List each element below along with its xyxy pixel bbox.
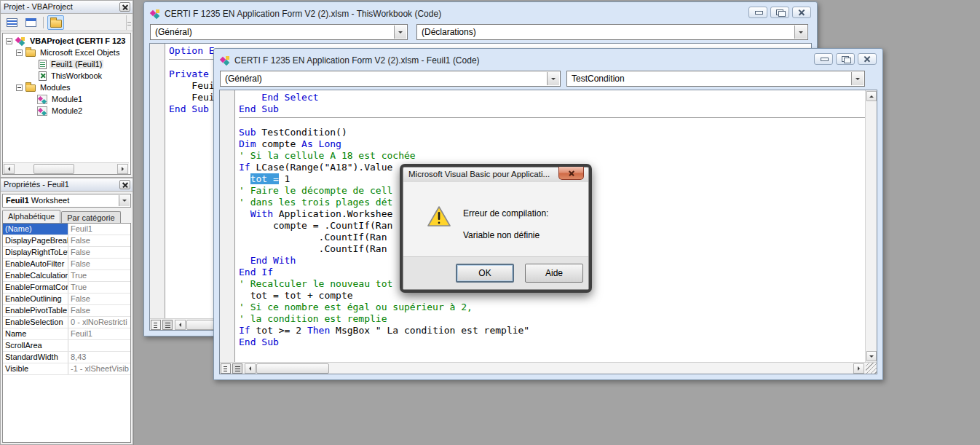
scrollbar-thumb[interactable] [256, 363, 329, 374]
scrollbar-thumb[interactable] [33, 164, 74, 174]
procedure-combo[interactable]: (Déclarations) [416, 24, 808, 40]
toolbar-overflow-handle[interactable] [126, 15, 132, 30]
code-segment: ' Si la cellule A 18 est cochée [239, 150, 416, 161]
property-name[interactable]: EnablePivotTable [3, 305, 68, 316]
object-combo[interactable]: (Général) [220, 71, 561, 87]
property-value[interactable]: False [68, 235, 130, 246]
thisworkbook-title-bar[interactable]: CERTI F 1235 EN Application Form V2 (2).… [144, 2, 817, 23]
close-icon[interactable] [119, 2, 130, 12]
property-value[interactable]: 0 - xlNoRestricti [68, 317, 130, 328]
minimize-icon[interactable] [748, 7, 767, 18]
close-icon[interactable] [558, 167, 584, 180]
tree-item[interactable]: ThisWorkbook [3, 70, 129, 82]
full-module-view-button[interactable] [232, 363, 242, 374]
minimize-icon[interactable] [814, 53, 833, 65]
view-code-button[interactable] [4, 15, 20, 30]
object-selector[interactable]: Feuil1 Worksheet [2, 194, 131, 208]
property-name[interactable]: DisplayRightToLef [3, 247, 68, 258]
tree-item[interactable]: VBAProject (CERTI F 123 [3, 35, 129, 47]
property-name[interactable]: (Name) [3, 224, 68, 235]
object-type: Worksheet [31, 196, 69, 205]
chevron-down-icon[interactable] [851, 72, 864, 85]
procedure-combo[interactable]: TestCondition [566, 71, 865, 87]
procedure-view-button[interactable] [151, 320, 161, 330]
tab-alphabetic[interactable]: Alphabétique [2, 210, 60, 224]
property-value[interactable]: Feuil1 [68, 224, 130, 235]
property-name[interactable]: Name [3, 328, 68, 339]
thisworkbook-title: CERTI F 1235 EN Application Form V2 (2).… [165, 9, 441, 19]
chevron-down-icon[interactable] [119, 195, 130, 206]
ok-button[interactable]: OK [456, 264, 514, 283]
project-tree[interactable]: VBAProject (CERTI F 123Microsoft Excel O… [3, 35, 129, 162]
warning-icon [427, 205, 451, 228]
tree-item[interactable]: Microsoft Excel Objets [3, 47, 129, 58]
procedure-view-button[interactable] [221, 363, 231, 374]
property-row: NameFeuil1 [3, 328, 130, 340]
property-value[interactable]: False [68, 259, 130, 269]
code-segment: Dim [239, 138, 256, 149]
property-name[interactable]: EnableCalculation [3, 270, 68, 281]
help-button[interactable]: Aide [525, 264, 583, 283]
chevron-down-icon[interactable] [394, 25, 406, 39]
code-window-icon [150, 9, 161, 19]
properties-panel-header[interactable]: Propriétés - Feuil1 [1, 178, 133, 192]
scroll-right-icon[interactable] [117, 164, 128, 174]
tree-item[interactable]: Module2 [3, 105, 129, 117]
scroll-down-icon[interactable] [866, 351, 877, 361]
tree-expander-icon[interactable] [16, 50, 23, 56]
property-value[interactable]: True [68, 270, 130, 281]
close-icon[interactable] [858, 53, 877, 65]
tree-item-label: VBAProject (CERTI F 123 [28, 36, 127, 45]
property-name[interactable]: EnableOutlining [3, 294, 68, 304]
restore-icon[interactable] [836, 53, 855, 65]
property-value[interactable]: -1 - xlSheetVisib [68, 363, 130, 374]
object-combo[interactable]: (Général) [150, 24, 408, 40]
feuil1-hscrollbar[interactable] [220, 362, 877, 374]
property-value[interactable] [68, 340, 130, 351]
property-value[interactable]: True [68, 282, 130, 293]
tree-item[interactable]: Feuil1 (Feuil1) [3, 58, 129, 70]
property-value[interactable]: Feuil1 [68, 328, 130, 339]
scroll-left-icon[interactable] [175, 320, 186, 330]
scroll-right-icon[interactable] [853, 363, 864, 374]
property-name[interactable]: ScrollArea [3, 340, 68, 351]
chevron-down-icon[interactable] [547, 72, 559, 85]
tree-item[interactable]: Module1 [3, 93, 129, 105]
close-icon[interactable] [119, 180, 130, 189]
property-value[interactable]: False [68, 247, 130, 258]
project-panel-header[interactable]: Projet - VBAProject [1, 1, 133, 14]
chevron-down-icon[interactable] [794, 25, 807, 39]
tree-item[interactable]: Modules [3, 82, 129, 93]
resize-grip[interactable] [866, 363, 877, 374]
code-line: ' Si la cellule A 18 est cochée [239, 150, 865, 162]
property-value[interactable]: False [68, 294, 130, 304]
toggle-folders-button[interactable] [47, 15, 64, 30]
property-name[interactable]: EnableFormatCon [3, 282, 68, 293]
tree-item-label: Feuil1 (Feuil1) [50, 60, 103, 68]
property-value[interactable]: 8,43 [68, 352, 130, 363]
tree-expander-icon[interactable] [6, 38, 12, 44]
view-object-button[interactable] [23, 15, 39, 30]
scroll-left-icon[interactable] [245, 363, 256, 374]
property-name[interactable]: EnableSelection [3, 317, 68, 328]
code-segment [239, 173, 250, 184]
compile-error-dialog: Microsoft Visual Basic pour Applicati...… [400, 164, 592, 293]
feuil1-vscrollbar[interactable] [865, 90, 877, 362]
property-value[interactable]: False [68, 305, 130, 316]
property-name[interactable]: DisplayPageBreak [3, 235, 68, 246]
tree-expander-icon[interactable] [16, 84, 23, 91]
scroll-left-icon[interactable] [4, 164, 15, 174]
full-module-view-button[interactable] [162, 320, 173, 330]
project-tree-container: VBAProject (CERTI F 123Microsoft Excel O… [2, 33, 131, 175]
feuil1-title-bar[interactable]: CERTI F 1235 EN Application Form V2 (2).… [214, 49, 882, 69]
project-tree-hscrollbar[interactable] [3, 162, 129, 174]
dialog-content: Erreur de compilation: Variable non défi… [403, 182, 588, 256]
property-name[interactable]: Visible [3, 363, 68, 374]
property-name[interactable]: StandardWidth [3, 352, 68, 363]
close-icon[interactable] [792, 7, 811, 18]
properties-panel: Propriétés - Feuil1 Feuil1 Worksheet Alp… [0, 178, 133, 445]
scroll-up-icon[interactable] [866, 91, 877, 101]
restore-icon[interactable] [770, 7, 789, 18]
property-name[interactable]: EnableAutoFilter [3, 259, 68, 269]
tab-categorized[interactable]: Par catégorie [61, 211, 120, 224]
